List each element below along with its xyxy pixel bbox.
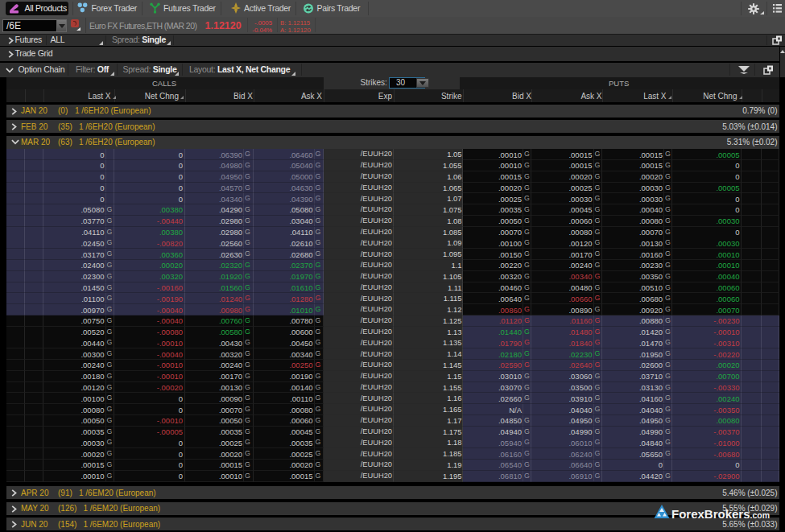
svg-text:ForexBrokers.com: ForexBrokers.com: [671, 507, 770, 521]
